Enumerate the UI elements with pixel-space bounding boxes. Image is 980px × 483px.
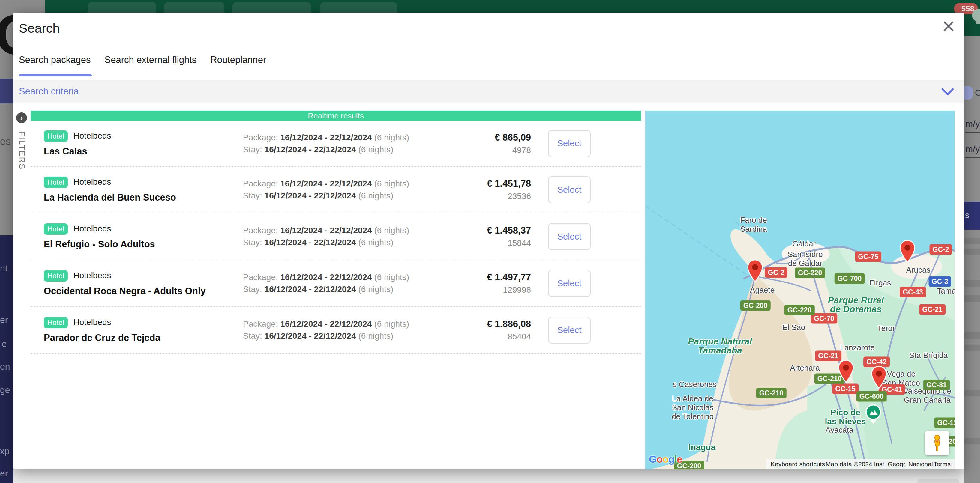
- terms-link[interactable]: Terms: [934, 461, 951, 468]
- result-price-block: € 865,09 4978: [413, 132, 544, 155]
- supplier-name: Hotelbeds: [73, 131, 111, 140]
- result-row: Hotel Hotelbeds Las Calas Package: 16/12…: [30, 121, 641, 167]
- hotel-type-badge: Hotel: [44, 130, 68, 142]
- hotel-type-badge: Hotel: [44, 317, 68, 328]
- background-band: [0, 79, 13, 103]
- background-chip: [964, 86, 972, 100]
- background-text-fragment: er: [0, 468, 8, 478]
- tab-search-packages[interactable]: Search packages: [19, 54, 91, 65]
- map-label: Sta Brígida: [909, 351, 948, 360]
- select-button[interactable]: Select: [548, 316, 591, 343]
- result-dates: Package: 16/12/2024 - 22/12/2024 (6 nigh…: [243, 178, 413, 202]
- tab-routeplanner[interactable]: Routeplanner: [210, 54, 266, 65]
- background-row: [964, 280, 980, 287]
- keyboard-shortcuts-link[interactable]: Keyboard shortcuts: [771, 461, 825, 468]
- result-dates: Package: 16/12/2024 - 22/12/2024 (6 nigh…: [243, 318, 413, 342]
- background-text-fragment: en: [0, 362, 10, 372]
- realtime-results-header: Realtime results: [30, 111, 641, 121]
- reference-number: 23536: [413, 192, 531, 201]
- filters-expand-button[interactable]: ›: [16, 113, 27, 123]
- pegman-button[interactable]: [925, 431, 950, 455]
- road-badge: GC-600: [856, 391, 887, 402]
- hotel-type-badge: Hotel: [44, 270, 68, 281]
- supplier-name: Hotelbeds: [73, 177, 111, 186]
- background-text-fragment: C: [975, 87, 980, 98]
- background-row: [964, 332, 980, 339]
- reference-number: 85404: [413, 332, 531, 342]
- hotel-name: El Refugio - Solo Adultos: [44, 239, 243, 250]
- chevron-down-icon[interactable]: [941, 88, 954, 97]
- background-text-fragment: m/y: [965, 144, 980, 154]
- map-label: s Caserones: [673, 380, 717, 389]
- search-criteria-toggle[interactable]: Search criteria: [13, 80, 964, 103]
- map-marker[interactable]: [900, 240, 915, 263]
- select-button[interactable]: Select: [548, 270, 591, 297]
- dialog-tabs: Search packages Search external flights …: [19, 54, 266, 65]
- road-badge: GC-700: [835, 273, 865, 284]
- map-overlays: Faro deSardinaGáldarSan Isidrode GáldarA…: [645, 111, 955, 469]
- map[interactable]: Faro deSardinaGáldarSan Isidrode GáldarA…: [645, 111, 955, 469]
- map-label: Pico delas Nieves: [825, 408, 866, 426]
- background-text-fragment: nt: [0, 263, 8, 273]
- result-hotel-info: Hotel Hotelbeds Las Calas: [44, 130, 243, 157]
- road-badge: GC-15: [832, 384, 859, 394]
- select-button[interactable]: Select: [548, 176, 591, 203]
- result-row: Hotel Hotelbeds Parador de Cruz de Tejed…: [30, 307, 641, 354]
- result-price-block: € 1.497,77 129998: [413, 272, 544, 295]
- filters-label: FILTERS: [17, 131, 26, 170]
- result-dates: Package: 16/12/2024 - 22/12/2024 (6 nigh…: [243, 132, 413, 156]
- road-badge: GC-220: [795, 268, 825, 278]
- road-badge: GC-70: [811, 313, 837, 324]
- supplier-name: Hotelbeds: [73, 318, 111, 327]
- result-hotel-info: Hotel Hotelbeds Parador de Cruz de Tejed…: [44, 317, 243, 343]
- select-button[interactable]: Select: [548, 223, 591, 250]
- map-marker[interactable]: [747, 259, 763, 283]
- map-marker[interactable]: [838, 360, 854, 383]
- background-row: [964, 238, 980, 244]
- tab-search-external-flights[interactable]: Search external flights: [105, 54, 197, 65]
- price: € 1.497,77: [413, 272, 531, 283]
- background-text-fragment: m/y: [965, 119, 980, 129]
- result-row: Hotel Hotelbeds El Refugio - Solo Adulto…: [30, 213, 641, 260]
- road-badge: GC-220: [784, 305, 815, 315]
- road-badge: GC-210: [756, 388, 786, 399]
- price: € 1.886,08: [413, 319, 531, 329]
- road-badge: GC-21: [919, 304, 945, 315]
- map-data-attribution: Map data ©2024 Inst. Geogr. Nacional: [826, 461, 933, 468]
- peak-icon: [865, 404, 881, 426]
- road-badge: GC-21: [815, 351, 842, 361]
- header-tab-shape: [164, 2, 224, 13]
- result-hotel-info: Hotel Hotelbeds La Hacienda del Buen Suc…: [44, 176, 243, 203]
- map-label: Parque Ruralde Doramas: [828, 296, 884, 314]
- reference-number: 4978: [413, 145, 531, 155]
- hotel-name: Parador de Cruz de Tejeda: [44, 332, 243, 343]
- map-label: Tama: [937, 286, 955, 296]
- result-dates: Package: 16/12/2024 - 22/12/2024 (6 nigh…: [243, 271, 413, 296]
- map-label: Arucas: [906, 265, 931, 274]
- result-price-block: € 1.458,37 15844: [413, 225, 544, 248]
- map-label: Inagua: [689, 443, 716, 452]
- result-price-block: € 1.886,08 85404: [413, 319, 544, 342]
- map-label: Agaete: [750, 285, 775, 294]
- price: € 1.451,78: [413, 178, 531, 189]
- hotel-type-badge: Hotel: [44, 176, 68, 188]
- result-dates: Package: 16/12/2024 - 22/12/2024 (6 nigh…: [243, 224, 413, 249]
- background-text-fragment: e: [2, 339, 7, 349]
- map-label: La Aldea deSan Nicolásde Tolentino: [671, 394, 714, 421]
- close-icon[interactable]: [941, 19, 956, 33]
- background-row: [964, 296, 980, 302]
- google-logo[interactable]: Google: [649, 453, 682, 465]
- background-row: [964, 249, 980, 255]
- background-text-fragment: xp: [0, 446, 10, 456]
- select-button[interactable]: Select: [548, 130, 591, 157]
- background-input-underline: [965, 132, 980, 133]
- road-badge: GC-2: [765, 267, 788, 278]
- background-row: [964, 438, 980, 444]
- map-label: Lanzarote: [840, 343, 875, 352]
- map-marker[interactable]: [871, 366, 887, 389]
- hotel-name: La Hacienda del Buen Suceso: [44, 192, 243, 203]
- road-badge: GC-2: [930, 244, 952, 255]
- map-label: El Sao: [782, 323, 805, 332]
- map-label: Firgas: [869, 278, 891, 287]
- results-rows: Hotel Hotelbeds Las Calas Package: 16/12…: [30, 121, 641, 354]
